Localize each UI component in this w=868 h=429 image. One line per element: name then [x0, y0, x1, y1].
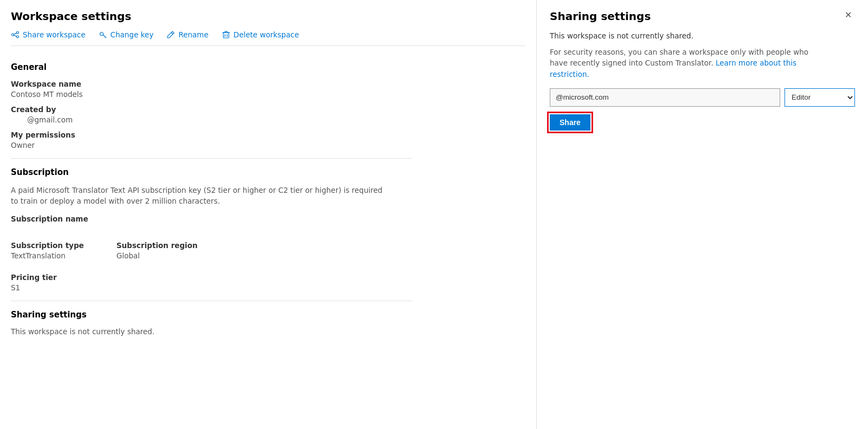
toolbar: Share workspace Change key: [11, 30, 525, 46]
svg-point-2: [17, 36, 19, 38]
svg-point-0: [12, 34, 14, 36]
pencil-icon: [166, 30, 175, 39]
page-title: Workspace settings: [11, 10, 525, 23]
svg-point-1: [17, 31, 19, 34]
role-select[interactable]: Editor Viewer: [785, 88, 855, 107]
subscription-name-value: [11, 225, 525, 235]
key-icon: [99, 30, 107, 39]
subscription-region-field: Subscription region Global: [117, 241, 198, 266]
left-content: General Workspace name Contoso MT models…: [0, 51, 536, 429]
sharing-section-title: Sharing settings: [11, 310, 525, 320]
svg-line-3: [14, 33, 16, 34]
general-section-title: General: [11, 62, 525, 72]
share-workspace-label: Share workspace: [23, 30, 86, 39]
pricing-tier-label: Pricing tier: [11, 273, 525, 282]
created-by-value: @gmail.com: [11, 115, 525, 124]
email-input[interactable]: [550, 88, 780, 107]
change-key-label: Change key: [111, 30, 154, 39]
share-icon: [11, 30, 20, 39]
subscription-section-title: Subscription: [11, 167, 525, 177]
share-button-wrapper: Share: [550, 114, 855, 131]
sharing-status-text: This workspace is not currently shared.: [11, 327, 525, 336]
subscription-divider: [11, 301, 412, 301]
subscription-type-field: Subscription type TextTranslation: [11, 241, 84, 266]
rename-button[interactable]: Rename: [166, 30, 208, 39]
subscription-region-value: Global: [117, 251, 198, 260]
created-by-label: Created by: [11, 105, 525, 114]
share-button[interactable]: Share: [550, 114, 590, 131]
close-button[interactable]: ✕: [841, 10, 855, 21]
left-panel: Workspace settings Share workspace: [0, 0, 537, 429]
delete-workspace-label: Delete workspace: [234, 30, 299, 39]
subscription-type-label: Subscription type: [11, 241, 84, 250]
security-text: For security reasons, you can share a wo…: [550, 47, 821, 80]
permissions-label: My permissions: [11, 131, 525, 139]
share-workspace-button[interactable]: Share workspace: [11, 30, 86, 39]
svg-rect-9: [223, 32, 229, 38]
general-divider: [11, 158, 412, 159]
subscription-name-label: Subscription name: [11, 214, 525, 223]
change-key-button[interactable]: Change key: [99, 30, 154, 39]
subscription-region-label: Subscription region: [117, 241, 198, 250]
pricing-tier-value: S1: [11, 283, 525, 292]
not-shared-text: This workspace is not currently shared.: [550, 31, 855, 40]
rename-label: Rename: [178, 30, 208, 39]
right-panel: Sharing settings ✕ This workspace is not…: [537, 0, 868, 429]
right-panel-title: Sharing settings: [550, 10, 651, 23]
trash-icon: [222, 30, 230, 39]
svg-line-6: [102, 35, 106, 38]
workspace-name-label: Workspace name: [11, 80, 525, 88]
subscription-description: A paid Microsoft Translator Text API sub…: [11, 185, 390, 207]
subscription-type-value: TextTranslation: [11, 251, 84, 260]
subscription-row-fields: Subscription type TextTranslation Subscr…: [11, 241, 525, 266]
workspace-name-value: Contoso MT models: [11, 90, 525, 99]
svg-line-4: [14, 35, 16, 36]
share-input-row: Editor Viewer: [550, 88, 855, 107]
svg-line-7: [105, 36, 106, 37]
permissions-value: Owner: [11, 141, 525, 150]
svg-line-8: [171, 32, 173, 34]
delete-workspace-button[interactable]: Delete workspace: [222, 30, 299, 39]
left-header: Workspace settings Share workspace: [0, 0, 536, 51]
right-panel-header: Sharing settings ✕: [550, 10, 855, 23]
